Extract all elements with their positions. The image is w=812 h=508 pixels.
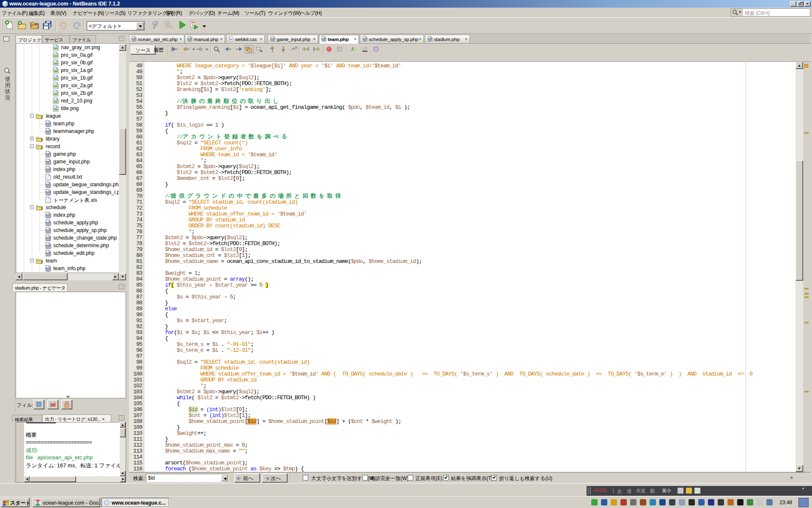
svg-text:php: php [46,268,51,271]
svg-text:php: php [271,38,274,41]
svg-text:php: php [46,153,51,157]
svg-text:php: php [46,191,51,195]
svg-text:php: php [46,229,51,233]
svg-text:php: php [428,38,432,41]
svg-text:php: php [46,123,51,126]
svg-text:php: php [363,38,367,41]
svg-text:php: php [46,214,51,218]
svg-text:php: php [46,237,51,240]
svg-text:php: php [46,252,51,256]
svg-text:php: php [188,38,192,41]
svg-text:php: php [322,38,326,41]
svg-text:php: php [46,130,51,134]
svg-text:php: php [46,222,51,225]
svg-text:3: 3 [192,23,194,27]
svg-text:php: php [132,38,136,41]
svg-text:php: php [46,245,51,248]
svg-text:php: php [46,168,51,172]
svg-text:php: php [46,161,51,164]
svg-text:php: php [46,184,51,187]
